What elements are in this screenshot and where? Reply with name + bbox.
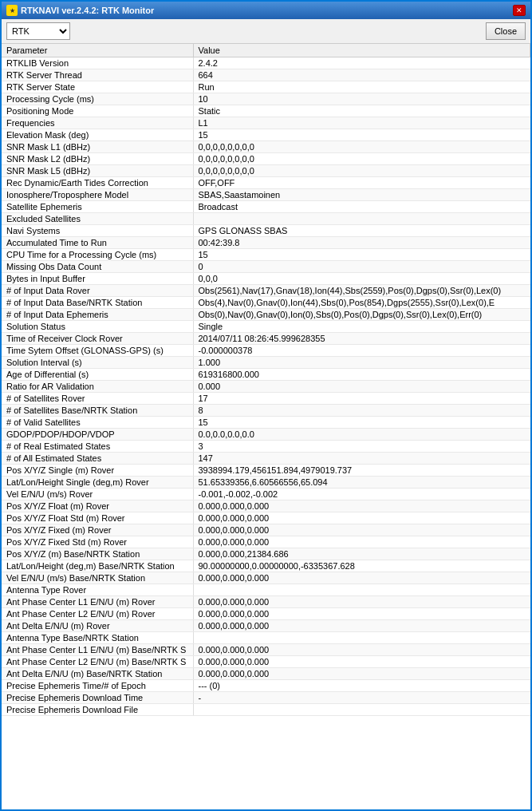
title-bar-left: ★ RTKNAVI ver.2.4.2: RTK Monitor: [6, 5, 154, 16]
table-row: Pos X/Y/Z Float (m) Rover0.000,0.000,0.0…: [2, 500, 530, 512]
table-row: SNR Mask L1 (dBHz)0,0,0,0,0,0,0,0: [2, 141, 530, 153]
value-cell: 15: [193, 129, 530, 141]
value-cell: 17: [193, 393, 530, 405]
title-bar: ★ RTKNAVI ver.2.4.2: RTK Monitor ✕: [2, 2, 530, 19]
param-cell: Ionosphere/Troposphere Model: [2, 189, 193, 201]
param-cell: Ant Phase Center L2 E/N/U (m) Base/NRTK …: [2, 656, 193, 668]
table-row: Vel E/N/U (m/s) Rover-0.001,-0.002,-0.00…: [2, 489, 530, 500]
value-cell: 0.000,0.000,0.000: [193, 500, 530, 512]
param-cell: Ant Phase Center L1 E/N/U (m) Rover: [2, 596, 193, 608]
table-row: Bytes in Input Buffer0,0,0: [2, 273, 530, 285]
value-cell: Obs(0),Nav(0),Gnav(0),Ion(0),Sbs(0),Pos(…: [193, 309, 530, 321]
param-cell: # of Satellites Rover: [2, 393, 193, 405]
app-icon: ★: [6, 5, 18, 16]
value-cell: SBAS,Saastamoinen: [193, 189, 530, 201]
value-cell: -0.000000378: [193, 345, 530, 357]
param-cell: Pos X/Y/Z (m) Base/NRTK Station: [2, 548, 193, 560]
value-cell: 0,0,0,0,0,0,0,0: [193, 165, 530, 177]
table-row: Missing Obs Data Count0: [2, 261, 530, 273]
param-cell: Pos X/Y/Z Float (m) Rover: [2, 500, 193, 512]
param-cell: Pos X/Y/Z Fixed (m) Rover: [2, 524, 193, 536]
param-cell: Ant Delta E/N/U (m) Rover: [2, 620, 193, 632]
table-row: # of Input Data Base/NRTK StationObs(4),…: [2, 297, 530, 309]
table-row: Pos X/Y/Z (m) Base/NRTK Station0.000,0.0…: [2, 548, 530, 560]
table-row: SNR Mask L5 (dBHz)0,0,0,0,0,0,0,0: [2, 165, 530, 177]
table-row: Positioning ModeStatic: [2, 105, 530, 117]
param-cell: Age of Differential (s): [2, 369, 193, 381]
value-cell: 1.000: [193, 357, 530, 369]
close-button[interactable]: Close: [486, 22, 526, 40]
value-cell: 0.0,0.0,0.0,0.0: [193, 429, 530, 441]
param-cell: Lat/Lon/Height (deg,m) Base/NRTK Station: [2, 560, 193, 572]
table-row: # of Real Estimated States3: [2, 441, 530, 453]
param-cell: Antenna Type Base/NRTK Station: [2, 632, 193, 644]
value-cell: 664: [193, 69, 530, 81]
table-row: Antenna Type Rover: [2, 584, 530, 596]
parameters-table: Parameter Value RTKLIB Version2.4.2RTK S…: [2, 44, 530, 716]
value-cell: 3938994.179,456151.894,4979019.737: [193, 465, 530, 477]
main-window: ★ RTKNAVI ver.2.4.2: RTK Monitor ✕ RTK C…: [0, 0, 532, 811]
table-body: RTKLIB Version2.4.2RTK Server Thread664R…: [2, 57, 530, 716]
param-cell: Precise Ephemeris Time/# of Epoch: [2, 680, 193, 692]
param-cell: # of Valid Satellites: [2, 417, 193, 429]
value-cell: Obs(4),Nav(0),Gnav(0),Ion(44),Sbs(0),Pos…: [193, 297, 530, 309]
value-cell: 00:42:39.8: [193, 237, 530, 249]
value-cell: 0,0,0,0,0,0,0,0: [193, 153, 530, 165]
value-cell: -0.001,-0.002,-0.002: [193, 489, 530, 500]
table-row: Time Sytem Offset (GLONASS-GPS) (s)-0.00…: [2, 345, 530, 357]
param-cell: Ant Phase Center L1 E/N/U (m) Base/NRTK …: [2, 644, 193, 656]
value-cell: [193, 213, 530, 225]
table-row: Navi SystemsGPS GLONASS SBAS: [2, 225, 530, 237]
table-row: RTK Server Thread664: [2, 69, 530, 81]
param-cell: # of Real Estimated States: [2, 441, 193, 453]
param-cell: Ratio for AR Validation: [2, 381, 193, 393]
table-row: # of Valid Satellites15: [2, 417, 530, 429]
param-cell: Rec Dynamic/Earth Tides Correction: [2, 177, 193, 189]
table-row: Pos X/Y/Z Float Std (m) Rover0.000,0.000…: [2, 512, 530, 524]
value-cell: 0.000: [193, 381, 530, 393]
param-cell: # of Input Data Ephemeris: [2, 309, 193, 321]
table-header-row: Parameter Value: [2, 44, 530, 57]
param-cell: SNR Mask L1 (dBHz): [2, 141, 193, 153]
table-row: Excluded Satellites: [2, 213, 530, 225]
toolbar: RTK Close: [2, 19, 530, 44]
value-cell: 147: [193, 453, 530, 465]
table-row: FrequenciesL1: [2, 117, 530, 129]
table-row: Vel E/N/U (m/s) Base/NRTK Station0.000,0…: [2, 572, 530, 584]
value-cell: [193, 632, 530, 644]
table-row: Ratio for AR Validation0.000: [2, 381, 530, 393]
param-cell: Processing Cycle (ms): [2, 93, 193, 105]
param-cell: # of Input Data Base/NRTK Station: [2, 297, 193, 309]
value-cell: 3: [193, 441, 530, 453]
param-cell: GDOP/PDOP/HDOP/VDOP: [2, 429, 193, 441]
value-cell: 0.000,0.000,21384.686: [193, 548, 530, 560]
value-cell: 0.000,0.000,0.000: [193, 512, 530, 524]
value-cell: 10: [193, 93, 530, 105]
value-cell: GPS GLONASS SBAS: [193, 225, 530, 237]
param-cell: Ant Delta E/N/U (m) Base/NRTK Station: [2, 668, 193, 680]
table-row: RTK Server StateRun: [2, 81, 530, 93]
value-cell: 8: [193, 405, 530, 417]
value-cell: 2.4.2: [193, 57, 530, 69]
param-cell: Positioning Mode: [2, 105, 193, 117]
table-row: Precise Ephemeris Download Time-: [2, 692, 530, 704]
param-cell: # of Input Data Rover: [2, 285, 193, 297]
table-row: Rec Dynamic/Earth Tides CorrectionOFF,OF…: [2, 177, 530, 189]
table-row: CPU Time for a Processing Cycle (ms)15: [2, 249, 530, 261]
value-cell: 0.000,0.000,0.000: [193, 536, 530, 548]
window-title: RTKNAVI ver.2.4.2: RTK Monitor: [21, 6, 154, 15]
rtk-select[interactable]: RTK: [6, 22, 70, 40]
table-row: Ant Delta E/N/U (m) Base/NRTK Station0.0…: [2, 668, 530, 680]
window-close-button[interactable]: ✕: [513, 5, 526, 16]
value-cell: 0,0,0,0,0,0,0,0: [193, 141, 530, 153]
table-row: SNR Mask L2 (dBHz)0,0,0,0,0,0,0,0: [2, 153, 530, 165]
param-header: Parameter: [2, 44, 193, 57]
table-row: Solution Interval (s)1.000: [2, 357, 530, 369]
param-cell: RTK Server Thread: [2, 69, 193, 81]
table-row: Antenna Type Base/NRTK Station: [2, 632, 530, 644]
param-cell: Antenna Type Rover: [2, 584, 193, 596]
value-cell: 0,0,0: [193, 273, 530, 285]
value-cell: Single: [193, 321, 530, 333]
value-cell: 51.65339356,6.60566556,65.094: [193, 477, 530, 489]
data-table-container[interactable]: Parameter Value RTKLIB Version2.4.2RTK S…: [2, 44, 530, 809]
